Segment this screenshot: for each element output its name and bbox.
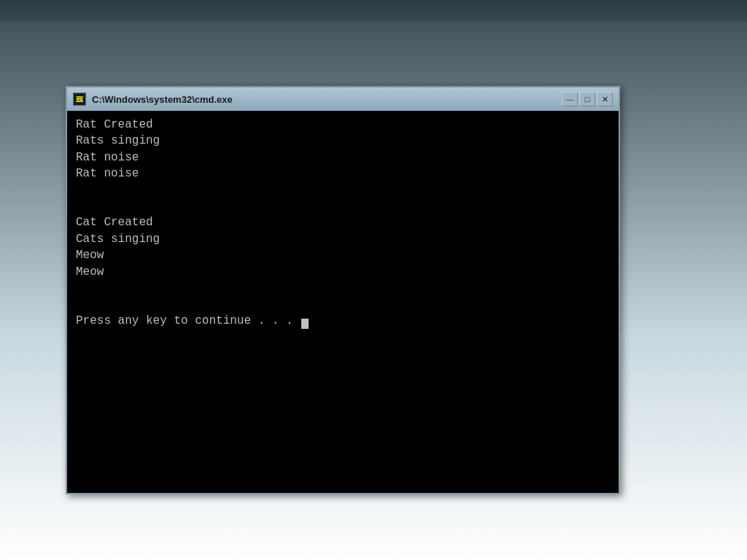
console-line: Meow bbox=[76, 247, 610, 263]
console-line-empty bbox=[76, 182, 610, 198]
console-line: Rat Created bbox=[76, 117, 610, 133]
title-bar: C:\ C:\Windows\system32\cmd.exe — □ ✕ bbox=[67, 88, 619, 111]
close-button[interactable]: ✕ bbox=[597, 92, 613, 106]
minimize-button[interactable]: — bbox=[562, 92, 578, 106]
taskbar-top bbox=[0, 0, 747, 22]
console-line: Cats singing bbox=[76, 231, 610, 247]
cmd-window: C:\ C:\Windows\system32\cmd.exe — □ ✕ Ra… bbox=[66, 86, 620, 494]
console-line: Rats singing bbox=[76, 133, 610, 149]
maximize-button[interactable]: □ bbox=[579, 92, 595, 106]
console-line: Cat Created bbox=[76, 214, 610, 230]
cmd-icon-inner: C:\ bbox=[76, 96, 83, 102]
window-controls: — □ ✕ bbox=[562, 92, 613, 106]
console-line: Meow bbox=[76, 264, 610, 280]
console-line-empty bbox=[76, 296, 610, 312]
console-line: Rat noise bbox=[76, 166, 610, 182]
console-line-empty bbox=[76, 280, 610, 296]
console-line-empty bbox=[76, 198, 610, 214]
console-line: Rat noise bbox=[76, 149, 610, 166]
window-title: C:\Windows\system32\cmd.exe bbox=[92, 94, 556, 105]
cmd-icon: C:\ bbox=[73, 93, 86, 106]
press-any-key-line: Press any key to continue . . . bbox=[76, 313, 610, 329]
console-output[interactable]: Rat Created Rats singing Rat noise Rat n… bbox=[67, 111, 619, 493]
cursor-blink bbox=[301, 319, 309, 329]
